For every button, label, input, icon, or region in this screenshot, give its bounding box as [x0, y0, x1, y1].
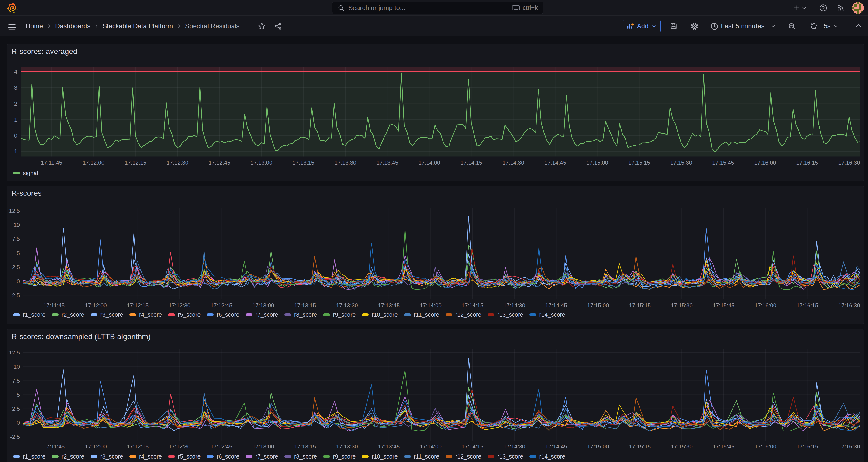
- legend-item-r4_score[interactable]: r4_score: [129, 311, 162, 318]
- share-dashboard-button[interactable]: [274, 22, 282, 30]
- refresh-interval-label: 5s: [824, 22, 831, 30]
- legend-item-r12_score[interactable]: r12_score: [445, 311, 481, 318]
- legend-item-r3_score[interactable]: r3_score: [91, 453, 123, 460]
- legend-item-r6_score[interactable]: r6_score: [207, 453, 239, 460]
- legend-item-r11_score[interactable]: r11_score: [404, 311, 439, 318]
- legend-item-r9_score[interactable]: r9_score: [323, 453, 355, 460]
- legend-item-r2_score[interactable]: r2_score: [52, 311, 84, 318]
- search-shortcut-label: ctrl+k: [523, 4, 538, 11]
- user-avatar-button[interactable]: [852, 2, 864, 14]
- legend-item-r14_score[interactable]: r14_score: [529, 453, 565, 460]
- svg-text:17:13:00: 17:13:00: [252, 443, 274, 450]
- svg-text:17:14:45: 17:14:45: [545, 159, 566, 166]
- legend-item-r10_score[interactable]: r10_score: [362, 453, 398, 460]
- zoom-out-button[interactable]: [788, 22, 796, 30]
- legend-label: r11_score: [414, 453, 439, 460]
- legend-item-r13_score[interactable]: r13_score: [488, 311, 523, 318]
- legend-label: r10_score: [372, 311, 398, 318]
- chart-legend: signal: [13, 170, 38, 177]
- grafana-logo[interactable]: [7, 2, 18, 13]
- svg-text:17:16:00: 17:16:00: [754, 443, 776, 450]
- legend-item-r1_score[interactable]: r1_score: [13, 453, 45, 460]
- svg-text:17:15:00: 17:15:00: [587, 443, 609, 450]
- chart-canvas[interactable]: -2.502.557.51012.517:11:4517:12:0017:12:…: [7, 329, 864, 462]
- svg-text:12.5: 12.5: [9, 208, 20, 214]
- legend-swatch: [168, 455, 175, 458]
- news-button[interactable]: [837, 4, 845, 12]
- toolbar-divider: [847, 21, 847, 31]
- chart-legend: r1_scorer2_scorer3_scorer4_scorer5_score…: [13, 311, 565, 318]
- legend-item-r14_score[interactable]: r14_score: [529, 311, 565, 318]
- legend-label: signal: [23, 170, 38, 177]
- legend-item-r6_score[interactable]: r6_score: [207, 311, 239, 318]
- legend-swatch: [488, 313, 494, 316]
- svg-text:17:12:30: 17:12:30: [166, 159, 188, 166]
- refresh-interval-picker[interactable]: 5s: [824, 22, 838, 30]
- grafana-logo-icon: [7, 2, 18, 13]
- plus-icon: [793, 4, 800, 11]
- legend-item-r11_score[interactable]: r11_score: [404, 453, 439, 460]
- legend-swatch: [246, 313, 252, 316]
- dashboard-settings-button[interactable]: [690, 22, 698, 30]
- legend-item-r7_score[interactable]: r7_score: [246, 311, 278, 318]
- search-input[interactable]: Search or jump to... ctrl+k: [332, 2, 543, 14]
- breadcrumb-item-1[interactable]: Dashboards: [55, 22, 90, 30]
- legend-label: r3_score: [100, 453, 123, 460]
- chevron-right-icon: [47, 24, 52, 28]
- legend-swatch: [284, 313, 291, 316]
- svg-text:17:16:15: 17:16:15: [796, 159, 818, 166]
- svg-text:17:16:00: 17:16:00: [754, 159, 776, 166]
- legend-swatch: [404, 455, 411, 458]
- help-button[interactable]: [819, 4, 828, 12]
- chart-canvas[interactable]: -2.502.557.51012.517:11:4517:12:0017:12:…: [7, 186, 864, 325]
- svg-text:12.5: 12.5: [9, 349, 20, 356]
- svg-text:17:16:30: 17:16:30: [838, 159, 860, 166]
- svg-text:7.5: 7.5: [12, 377, 20, 384]
- new-menu-button[interactable]: [793, 4, 807, 11]
- svg-text:0: 0: [14, 132, 17, 139]
- svg-text:17:14:15: 17:14:15: [462, 302, 483, 309]
- legend-item-r8_score[interactable]: r8_score: [284, 311, 317, 318]
- legend-item-r12_score[interactable]: r12_score: [445, 453, 481, 460]
- legend-item-r5_score[interactable]: r5_score: [168, 311, 200, 318]
- refresh-button[interactable]: [810, 22, 818, 30]
- svg-text:17:13:45: 17:13:45: [378, 443, 400, 450]
- legend-item-r7_score[interactable]: r7_score: [246, 453, 278, 460]
- legend-item-r10_score[interactable]: r10_score: [362, 311, 398, 318]
- hamburger-menu-button[interactable]: [8, 23, 16, 29]
- legend-swatch: [91, 313, 97, 316]
- legend-swatch: [362, 455, 369, 458]
- topbar-divider: [813, 3, 813, 13]
- keyboard-icon: [512, 5, 520, 11]
- legend-item-r1_score[interactable]: r1_score: [13, 311, 45, 318]
- save-dashboard-button[interactable]: [670, 22, 678, 30]
- legend-item-r5_score[interactable]: r5_score: [168, 453, 200, 460]
- favorite-star-button[interactable]: [258, 22, 266, 30]
- legend-item-signal[interactable]: signal: [13, 170, 38, 177]
- svg-text:4: 4: [14, 68, 17, 75]
- chart-canvas[interactable]: -10123417:11:4517:12:0017:12:1517:12:301…: [7, 44, 864, 181]
- chevron-right-icon: [94, 24, 99, 28]
- svg-text:17:12:45: 17:12:45: [211, 443, 232, 450]
- svg-text:-2.5: -2.5: [10, 434, 20, 440]
- svg-text:17:15:45: 17:15:45: [713, 302, 735, 309]
- chevron-down-icon: [802, 5, 807, 10]
- add-panel-button[interactable]: Add: [623, 20, 660, 32]
- svg-text:17:15:15: 17:15:15: [629, 302, 651, 309]
- breadcrumb-item-3[interactable]: Spectral Residuals: [185, 22, 240, 30]
- breadcrumb-item-0[interactable]: Home: [26, 22, 43, 30]
- legend-item-r4_score[interactable]: r4_score: [129, 453, 162, 460]
- x-axis-labels: 17:11:4517:12:0017:12:1517:12:3017:12:45…: [43, 443, 860, 450]
- legend-item-r9_score[interactable]: r9_score: [323, 311, 355, 318]
- legend-swatch: [13, 172, 20, 175]
- svg-text:0: 0: [17, 420, 20, 426]
- legend-item-r8_score[interactable]: r8_score: [284, 453, 317, 460]
- collapse-toolbar-button[interactable]: [855, 22, 863, 31]
- breadcrumb-item-2[interactable]: Stackable Data Platform: [102, 22, 173, 30]
- svg-text:17:15:00: 17:15:00: [586, 159, 608, 166]
- time-range-picker[interactable]: Last 5 minutes: [710, 22, 776, 30]
- legend-item-r2_score[interactable]: r2_score: [52, 453, 84, 460]
- svg-text:17:14:45: 17:14:45: [545, 302, 567, 309]
- legend-item-r3_score[interactable]: r3_score: [91, 311, 123, 318]
- legend-item-r13_score[interactable]: r13_score: [488, 453, 523, 460]
